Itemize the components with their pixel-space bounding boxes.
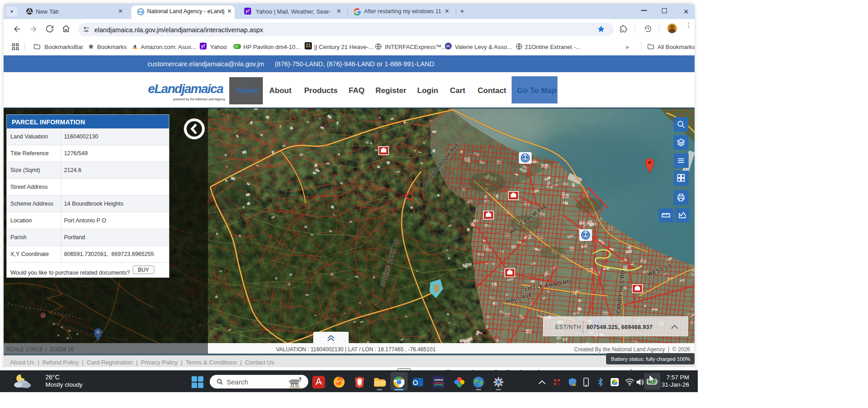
svg-text:!: ! bbox=[574, 383, 574, 386]
svg-text:SOED: SOED bbox=[434, 378, 443, 382]
